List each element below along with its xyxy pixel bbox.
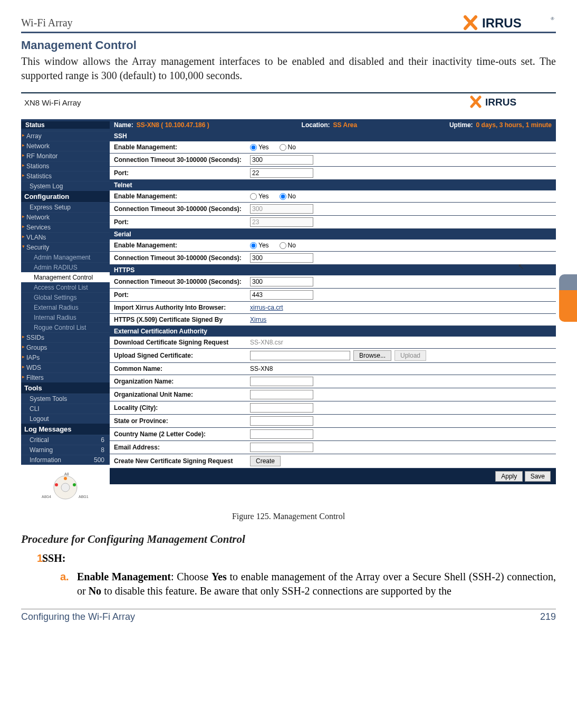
status-bar: Status Name: SS-XN8 ( 10.100.47.186 ) Lo… (21, 119, 556, 131)
nav-systemlog[interactable]: System Log (21, 181, 110, 191)
nav-express-setup[interactable]: Express Setup (21, 202, 110, 212)
page-footer: Configuring the Wi-Fi Array 219 (21, 609, 556, 622)
page-number: 219 (540, 611, 556, 622)
screenshot-logo: IRRUS (468, 95, 553, 110)
browse-button[interactable]: Browse... (353, 350, 391, 361)
step-1a: a. Enable Management: Choose Yes to enab… (21, 570, 556, 598)
nav-admin-radius[interactable]: Admin RADIUS (21, 262, 110, 272)
xirrus-logo: IRRUS® (461, 15, 556, 31)
svg-text:A8: A8 (64, 472, 69, 476)
save-button[interactable]: Save (525, 471, 551, 482)
nav-acl[interactable]: Access Control List (21, 282, 110, 292)
nav-int-radius[interactable]: Internal Radius (21, 312, 110, 322)
import-auth-link[interactable]: xirrus-ca.crt (250, 304, 283, 311)
nav-warning[interactable]: Warning8 (21, 445, 110, 455)
doc-title: Wi-Fi Array (21, 17, 73, 29)
telnet-enable-no[interactable]: No (280, 193, 296, 200)
cert-signed-link[interactable]: Xirrus (250, 316, 266, 323)
https-heading: HTTPS (110, 265, 556, 275)
page-header: Wi-Fi Array IRRUS® (21, 15, 556, 33)
apply-button[interactable]: Apply (495, 471, 523, 482)
telnet-port-input[interactable] (250, 217, 313, 227)
nav-cli[interactable]: CLI (21, 404, 110, 414)
https-port-input[interactable] (250, 290, 313, 300)
nav-system-tools[interactable]: System Tools (21, 394, 110, 404)
nav-ssids[interactable]: SSIDs (21, 332, 110, 342)
org-name-input[interactable] (250, 377, 313, 386)
nav-sidebar: Array Network RF Monitor Stations Statis… (21, 131, 110, 504)
nav-rfmonitor[interactable]: RF Monitor (21, 151, 110, 161)
serial-enable-yes[interactable]: Yes (250, 242, 269, 249)
nav-iaps[interactable]: IAPs (21, 352, 110, 362)
nav-network[interactable]: Network (21, 141, 110, 151)
common-name-value: SS-XN8 (247, 364, 556, 373)
nav-log-messages: Log Messages (21, 424, 110, 435)
content-panel: SSH Enable Management: Yes No Connection… (110, 131, 556, 504)
svg-text:®: ® (551, 16, 554, 21)
email-input[interactable] (250, 443, 313, 452)
serial-heading: Serial (110, 229, 556, 240)
svg-text:IRRUS: IRRUS (485, 97, 516, 108)
nav-information[interactable]: Information500 (21, 455, 110, 465)
svg-text:IRRUS: IRRUS (482, 16, 522, 30)
array-map-icon: A8G4A8ABG1 (21, 465, 110, 504)
nav-wds[interactable]: WDS (21, 362, 110, 372)
screenshot-container: ↖ XN8 Wi-Fi Array IRRUS Status Name: SS-… (21, 92, 556, 506)
country-input[interactable] (250, 429, 313, 439)
nav-logout[interactable]: Logout (21, 414, 110, 424)
action-bar: Apply Save (110, 468, 556, 484)
serial-timeout-input[interactable] (250, 253, 313, 263)
telnet-timeout-input[interactable] (250, 204, 313, 214)
nav-tools: Tools (21, 382, 110, 394)
nav-services[interactable]: Services (21, 222, 110, 232)
svg-text:ABG1: ABG1 (79, 495, 89, 499)
ou-name-input[interactable] (250, 390, 313, 399)
csr-file: SS-XN8.csr (250, 339, 283, 346)
telnet-heading: Telnet (110, 180, 556, 190)
nav-groups[interactable]: Groups (21, 342, 110, 352)
upload-button[interactable]: Upload (395, 350, 426, 361)
serial-enable-no[interactable]: No (280, 242, 296, 249)
svg-point-4 (61, 483, 70, 492)
svg-point-6 (55, 483, 58, 486)
state-input[interactable] (250, 416, 313, 426)
nav-critical[interactable]: Critical6 (21, 435, 110, 445)
nav-mgmt-control[interactable]: Management Control (21, 272, 110, 282)
telnet-enable-yes[interactable]: Yes (250, 193, 269, 200)
nav-array[interactable]: Array (21, 131, 110, 141)
ssh-enable-no[interactable]: No (280, 143, 296, 151)
locality-input[interactable] (250, 403, 313, 413)
nav-admin-mgmt[interactable]: Admin Management (21, 252, 110, 262)
device-name: XN8 Wi-Fi Array (24, 98, 81, 107)
nav-configuration: Configuration (21, 191, 110, 202)
nav-network2[interactable]: Network (21, 212, 110, 222)
svg-point-5 (64, 477, 67, 480)
footer-section: Configuring the Wi-Fi Array (21, 611, 135, 622)
side-thumb-tab (559, 274, 577, 322)
nav-security[interactable]: Security (21, 242, 110, 252)
svg-point-7 (73, 483, 76, 486)
upload-cert-path[interactable] (250, 351, 350, 360)
figure-caption: Figure 125. Management Control (21, 512, 556, 521)
nav-stations[interactable]: Stations (21, 161, 110, 171)
nav-ext-radius[interactable]: External Radius (21, 302, 110, 312)
create-button[interactable]: Create (250, 456, 281, 466)
ext-cert-heading: External Certification Authority (110, 326, 556, 337)
ssh-enable-yes[interactable]: Yes (250, 143, 269, 151)
section-heading: Management Control (21, 39, 556, 52)
ssh-heading: SSH (110, 131, 556, 141)
svg-text:A8G4: A8G4 (42, 495, 51, 499)
cursor-icon: ↖ (518, 262, 524, 271)
ssh-timeout-input[interactable] (250, 155, 313, 165)
step-1: 1. SSH: (21, 552, 556, 564)
nav-global-settings[interactable]: Global Settings (21, 292, 110, 302)
nav-vlans[interactable]: VLANs (21, 232, 110, 242)
procedure-heading: Procedure for Configuring Management Con… (21, 533, 556, 546)
https-timeout-input[interactable] (250, 277, 313, 286)
ssh-port-input[interactable] (250, 168, 313, 178)
nav-filters[interactable]: Filters (21, 372, 110, 382)
intro-paragraph: This window allows the Array management … (21, 54, 556, 83)
nav-rogue[interactable]: Rogue Control List (21, 322, 110, 332)
nav-statistics[interactable]: Statistics (21, 171, 110, 181)
